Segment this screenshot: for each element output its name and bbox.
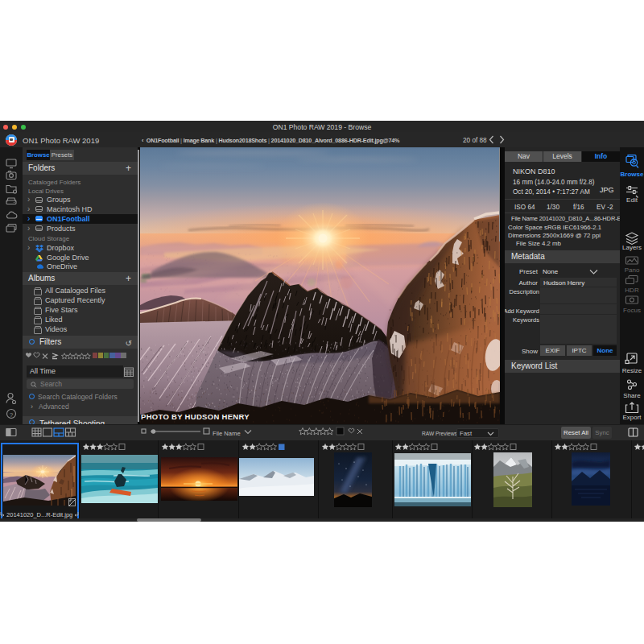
svg-text:?: ?	[10, 411, 14, 419]
